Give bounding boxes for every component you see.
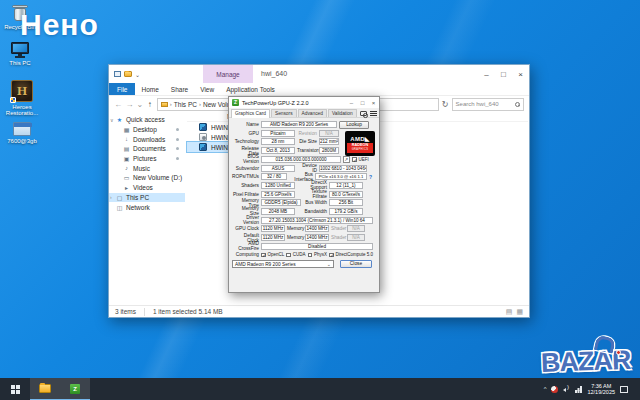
default-shader-field: N/A — [347, 234, 365, 241]
bus-interface-help-icon[interactable]: ? — [369, 174, 372, 180]
qat-chevron-down-icon[interactable]: ⌄ — [135, 71, 140, 78]
sidebar-item-downloads[interactable]: ↓ Downloads — [109, 134, 185, 144]
up-button[interactable]: ↑ — [146, 100, 154, 109]
tray-chevron-up-icon[interactable]: ^ — [544, 386, 547, 392]
bios-share-icon[interactable]: ↗ — [343, 156, 350, 163]
sidebar-item-network[interactable]: ◫ Network — [109, 202, 185, 212]
history-chevron-icon[interactable]: ⌄ — [137, 100, 143, 109]
sidebar-item-new-volume[interactable]: ▭ New Volume (D:) — [109, 173, 185, 183]
tab-share[interactable]: Share — [165, 83, 194, 95]
search-placeholder: Search hwi_640 — [456, 101, 499, 107]
radeon-settings-tray-icon[interactable] — [551, 386, 558, 393]
screenshot-camera-icon[interactable] — [360, 111, 367, 116]
sidebar-item-quick-access[interactable]: ∨ ★ Quick access — [109, 115, 185, 125]
sidebar-item-this-pc[interactable]: › ▢ This PC — [109, 193, 185, 203]
cuda-checkbox[interactable] — [286, 253, 291, 258]
release-date-field: Oct 8, 2013 — [261, 147, 295, 154]
directx-field: 12 (11_1) — [329, 182, 363, 189]
taskbar-gpuz-button[interactable]: Z — [60, 378, 90, 400]
refresh-button[interactable]: ↻ — [442, 100, 449, 109]
network-icon[interactable] — [575, 386, 582, 393]
gpuz-taskbar-icon: Z — [70, 384, 80, 394]
sidebar-item-videos[interactable]: ▸ Videos — [109, 183, 185, 193]
uefi-checkbox[interactable] — [352, 157, 357, 162]
sidebar-item-pictures[interactable]: ▣ Pictures — [109, 154, 185, 164]
die-size-label: Die Size — [297, 139, 317, 144]
crumb-separator: › — [170, 101, 172, 107]
gpuz-maximize-button[interactable]: □ — [357, 100, 368, 106]
crossfire-field: Disabled — [261, 243, 373, 250]
rops-tmus-field: 32 / 80 — [261, 173, 287, 180]
videos-icon: ▸ — [123, 184, 130, 191]
gpuz-tab-advanced[interactable]: Advanced — [298, 109, 327, 117]
taskbar-file-explorer-button[interactable] — [30, 378, 60, 400]
directcompute-checkbox[interactable] — [329, 253, 334, 258]
memory-type-field: GDDR5 (Elpida) — [261, 199, 301, 206]
amd-radeon-badge: AMD◣ RADEONGRAPHICS — [345, 131, 375, 156]
game-label-line2: Restoratio... — [0, 110, 48, 116]
gpuz-app-icon: Z — [232, 99, 239, 106]
details-view-icon[interactable]: ▤ — [506, 308, 513, 316]
opencl-checkbox[interactable] — [261, 253, 266, 258]
pin-icon — [176, 157, 179, 160]
tab-view[interactable]: View — [194, 83, 220, 95]
this-pc-label: This PC — [0, 60, 46, 66]
gpuz-tab-sensors[interactable]: Sensors — [271, 109, 297, 117]
gpuz-tab-validation[interactable]: Validation — [328, 109, 357, 117]
maximize-button[interactable]: □ — [495, 65, 512, 83]
thumbnails-view-icon[interactable]: ▦ — [516, 308, 523, 316]
gpuz-minimize-button[interactable]: – — [346, 100, 357, 106]
expander-icon[interactable]: ∨ — [110, 117, 114, 123]
explorer-title-bar[interactable]: ⌄ Manage hwi_640 – □ × — [109, 65, 529, 83]
hwinfo-app-icon — [199, 143, 207, 151]
minimize-button[interactable]: – — [478, 65, 495, 83]
quick-access-toolbar[interactable]: ⌄ — [109, 71, 140, 78]
gpuz-close-dialog-button[interactable]: Close — [340, 260, 372, 268]
gpuz-title: TechPowerUp GPU-Z 2.2.0 — [242, 100, 309, 106]
gpuz-window: Z TechPowerUp GPU-Z 2.2.0 – □ × Graphics… — [228, 96, 380, 293]
explorer-window-icon — [114, 71, 121, 77]
bazar-logo: BAZAR — [540, 344, 640, 379]
sidebar-item-music[interactable]: ♪ Music — [109, 163, 185, 173]
forward-button[interactable]: → — [125, 100, 133, 109]
gpuz-close-button[interactable]: × — [368, 100, 379, 106]
pixel-fillrate-field: 25.6 GPixel/s — [261, 191, 295, 198]
quick-access-icon: ★ — [116, 116, 123, 123]
breadcrumb-this-pc[interactable]: This PC — [174, 101, 197, 108]
tab-application-tools[interactable]: Application Tools — [220, 83, 281, 95]
revision-label: Revision — [297, 131, 317, 136]
lookup-button[interactable]: Lookup — [339, 121, 369, 129]
taskbar-clock[interactable]: 7:36 AM 12/19/2025 — [587, 383, 615, 396]
action-center-icon[interactable] — [620, 386, 628, 393]
shaders-label: Shaders — [232, 183, 259, 188]
sidebar-item-desktop[interactable]: ▦ Desktop — [109, 125, 185, 135]
network-icon: ◫ — [116, 204, 123, 211]
expander-icon[interactable]: › — [110, 194, 112, 200]
pin-icon — [176, 128, 179, 131]
hwinfo-app-icon — [199, 123, 207, 131]
gpu-clock-label: GPU Clock — [232, 226, 259, 231]
search-input[interactable]: Search hwi_640 — [452, 98, 524, 111]
desktop-icon-game[interactable]: H Heroes Restoratio... — [0, 80, 48, 116]
close-button[interactable]: × — [512, 65, 529, 83]
technology-label: Technology — [232, 139, 259, 144]
device-select-dropdown[interactable]: AMD Radeon R9 200 Series ⌄ — [232, 260, 334, 268]
tab-file[interactable]: File — [109, 83, 135, 95]
bazar-logo-dot — [616, 350, 621, 355]
crossfire-label: AMD CrossFire — [232, 241, 259, 251]
gpuz-title-bar[interactable]: Z TechPowerUp GPU-Z 2.2.0 – □ × — [229, 97, 379, 108]
desktop-icon-this-pc[interactable]: This PC — [0, 42, 46, 66]
sidebar-item-documents[interactable]: ▤ Documents — [109, 144, 185, 154]
desktop-icon-app[interactable]: 7600@3gb — [0, 122, 48, 144]
pin-icon — [176, 138, 179, 141]
back-button[interactable]: ← — [114, 100, 122, 109]
volume-icon[interactable] — [563, 386, 570, 393]
navigation-pane: ∨ ★ Quick access ▦ Desktop ↓ Downloads ▤… — [109, 115, 185, 305]
tab-home[interactable]: Home — [135, 83, 164, 95]
physx-checkbox[interactable] — [308, 253, 313, 258]
default-memory-label: Memory — [287, 235, 303, 240]
start-button[interactable] — [0, 378, 30, 400]
menu-hamburger-icon[interactable] — [370, 111, 377, 116]
gpuz-tab-graphics-card[interactable]: Graphics Card — [231, 109, 270, 118]
subvendor-label: Subvendor — [232, 166, 259, 171]
